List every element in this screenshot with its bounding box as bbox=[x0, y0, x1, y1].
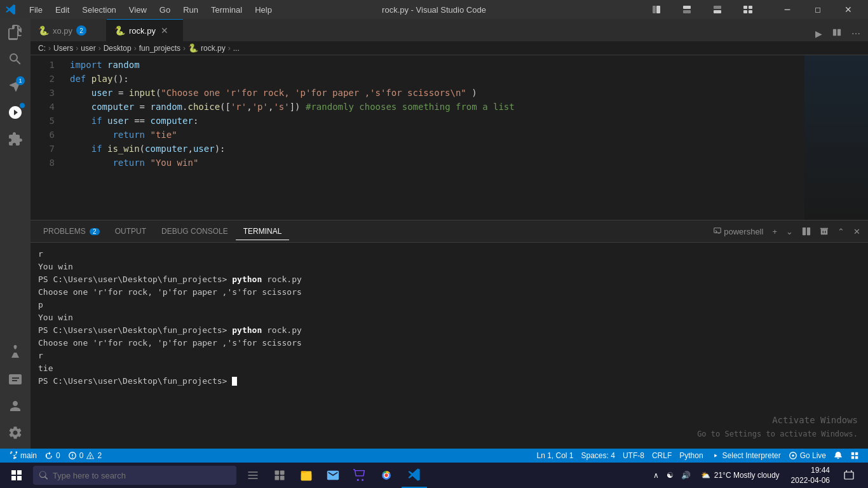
menu-run[interactable]: Run bbox=[178, 4, 203, 16]
svg-rect-10 bbox=[833, 29, 836, 36]
kill-terminal-btn[interactable] bbox=[817, 224, 831, 238]
breadcrumb-desktop[interactable]: Desktop bbox=[104, 44, 132, 53]
status-bar: main 0 0 2 Ln 1, Col 1 Spaces: 4 UTF-8 C… bbox=[0, 449, 868, 463]
line-ending-status[interactable]: CRLF bbox=[648, 451, 675, 460]
activity-search[interactable] bbox=[4, 48, 26, 70]
maximize-panel-btn[interactable]: ⌃ bbox=[835, 224, 847, 239]
go-live-status[interactable]: Go Live bbox=[785, 451, 830, 460]
svg-rect-29 bbox=[301, 473, 312, 480]
terminal-output[interactable]: r You win PS C:\Users\user\Desktop\fun_p… bbox=[31, 243, 868, 449]
run-file-btn[interactable]: ▶ bbox=[813, 26, 825, 41]
svg-rect-0 bbox=[653, 6, 656, 13]
activity-settings[interactable] bbox=[4, 422, 26, 444]
activity-flask[interactable] bbox=[4, 342, 26, 363]
close-button[interactable]: ✕ bbox=[834, 0, 863, 19]
language-mode-status[interactable]: Python bbox=[675, 451, 707, 460]
panel-tab-debug-console[interactable]: DEBUG CONSOLE bbox=[154, 223, 236, 240]
tab-close-button[interactable]: ✕ bbox=[159, 24, 170, 37]
cursor-position-status[interactable]: Ln 1, Col 1 bbox=[532, 451, 577, 460]
activity-account[interactable] bbox=[4, 395, 26, 417]
menu-terminal[interactable]: Terminal bbox=[206, 4, 247, 16]
svg-rect-7 bbox=[749, 6, 752, 9]
terminal-dropdown-btn[interactable]: ⌄ bbox=[783, 224, 796, 239]
customize-layout-btn[interactable] bbox=[733, 0, 763, 19]
toggle-primary-sidebar-btn[interactable] bbox=[642, 0, 671, 19]
svg-rect-3 bbox=[683, 10, 691, 13]
vscode-logo-icon bbox=[5, 4, 17, 15]
split-editor-btn[interactable] bbox=[830, 25, 844, 41]
start-button[interactable] bbox=[3, 463, 31, 488]
breadcrumb-users[interactable]: Users bbox=[53, 44, 73, 53]
taskbar-explorer[interactable] bbox=[295, 464, 318, 487]
activity-extensions[interactable] bbox=[4, 128, 26, 150]
menu-selection[interactable]: Selection bbox=[77, 4, 121, 16]
panel-tab-problems[interactable]: PROBLEMS 2 bbox=[36, 223, 107, 240]
maximize-button[interactable]: ◻ bbox=[803, 0, 832, 19]
panel-tab-output[interactable]: OUTPUT bbox=[107, 223, 154, 240]
tray-chevron-icon[interactable]: ∧ bbox=[651, 470, 661, 481]
tabs-actions: ▶ ⋯ bbox=[813, 25, 868, 41]
menu-view[interactable]: View bbox=[124, 4, 152, 16]
windows-logo-icon bbox=[11, 470, 22, 480]
more-actions-btn[interactable]: ⋯ bbox=[849, 26, 863, 41]
tray-volume-icon[interactable]: 🔊 bbox=[679, 470, 693, 481]
svg-rect-1 bbox=[656, 6, 660, 13]
taskbar-widgets[interactable] bbox=[268, 464, 291, 487]
taskbar-task-view[interactable] bbox=[241, 464, 264, 487]
activity-source-control[interactable]: 1 bbox=[4, 75, 26, 97]
breadcrumb-drive[interactable]: C: bbox=[38, 44, 46, 53]
panel-tab-terminal[interactable]: TERMINAL bbox=[236, 223, 290, 240]
go-live-label: Go Live bbox=[800, 451, 826, 460]
menu-go[interactable]: Go bbox=[154, 4, 175, 16]
spaces-status[interactable]: Spaces: 4 bbox=[578, 451, 619, 460]
close-panel-btn[interactable]: ✕ bbox=[851, 224, 863, 239]
tray-network-icon[interactable]: ☯ bbox=[664, 470, 676, 481]
breadcrumb-user[interactable]: user bbox=[81, 44, 95, 53]
menu-file[interactable]: File bbox=[24, 4, 48, 16]
plus-terminal-btn[interactable]: + bbox=[770, 224, 780, 239]
select-interpreter-status[interactable]: Select Interpreter bbox=[707, 451, 785, 460]
menu-edit[interactable]: Edit bbox=[50, 4, 74, 16]
sync-status[interactable]: 0 bbox=[41, 449, 64, 463]
code-line-5: if user == computer: bbox=[70, 114, 804, 128]
encoding-status[interactable]: UTF-8 bbox=[619, 451, 648, 460]
clock-date: 2022-04-06 bbox=[791, 475, 830, 485]
tab-rock-py[interactable]: 🐍 rock.py ✕ bbox=[107, 19, 183, 41]
activity-remote[interactable] bbox=[4, 369, 26, 390]
tab-xo-py[interactable]: 🐍 xo.py 2 bbox=[31, 19, 107, 41]
taskbar-mail[interactable] bbox=[322, 464, 344, 487]
toggle-panel-btn[interactable] bbox=[703, 0, 732, 19]
svg-point-32 bbox=[384, 473, 388, 477]
breadcrumb-symbol[interactable]: ... bbox=[233, 44, 240, 53]
tabs-bar: 🐍 xo.py 2 🐍 rock.py ✕ ▶ ⋯ bbox=[31, 19, 868, 41]
breadcrumb-fun-projects[interactable]: fun_projects bbox=[139, 44, 180, 53]
errors-status[interactable]: 0 2 bbox=[64, 449, 105, 463]
notifications-status[interactable] bbox=[830, 451, 846, 460]
code-editor[interactable]: 1 2 3 4 5 6 7 8 import random def play()… bbox=[31, 55, 868, 220]
new-terminal-btn[interactable]: powershell bbox=[711, 224, 766, 239]
weather-widget[interactable]: ⛅ 21°C Mostly cloudy bbox=[697, 471, 783, 480]
layout-status[interactable] bbox=[846, 451, 863, 460]
breadcrumb-file[interactable]: rock.py bbox=[201, 44, 226, 53]
svg-rect-6 bbox=[743, 6, 747, 9]
minimize-button[interactable]: − bbox=[773, 0, 802, 19]
menu-help[interactable]: Help bbox=[250, 4, 277, 16]
svg-rect-14 bbox=[803, 227, 806, 235]
taskbar-search-bar[interactable] bbox=[33, 466, 236, 485]
git-branch-status[interactable]: main bbox=[5, 449, 41, 463]
activity-bar: 1 bbox=[0, 19, 31, 449]
code-text[interactable]: import random def play(): user = input("… bbox=[62, 55, 804, 220]
activity-explorer[interactable] bbox=[4, 22, 26, 43]
taskbar-store[interactable] bbox=[348, 464, 371, 487]
activity-run-debug[interactable] bbox=[4, 102, 26, 123]
taskbar-chrome[interactable] bbox=[375, 464, 398, 487]
toggle-editor-layout-btn[interactable] bbox=[672, 0, 702, 19]
term-line-6: You win bbox=[38, 311, 860, 324]
clock[interactable]: 19:44 2022-04-06 bbox=[787, 465, 834, 485]
notification-center-icon[interactable] bbox=[837, 464, 860, 487]
search-input[interactable] bbox=[53, 471, 230, 480]
split-terminal-btn[interactable] bbox=[799, 224, 813, 238]
weather-text: 21°C Mostly cloudy bbox=[714, 471, 780, 480]
python-file-icon: 🐍 bbox=[38, 25, 49, 36]
taskbar-vscode[interactable] bbox=[402, 463, 427, 488]
